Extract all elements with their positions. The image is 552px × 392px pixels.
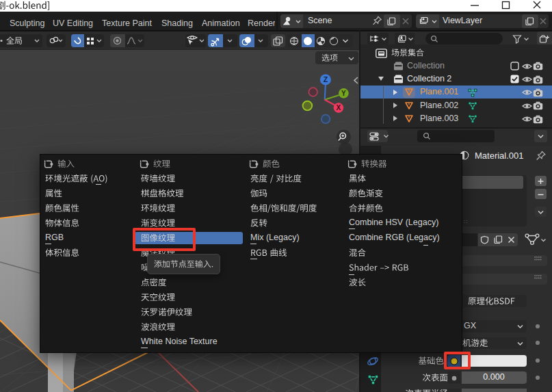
svg-text:Z: Z (324, 75, 328, 83)
svg-text:X: X (337, 104, 341, 112)
svg-text:Y: Y (341, 90, 346, 97)
